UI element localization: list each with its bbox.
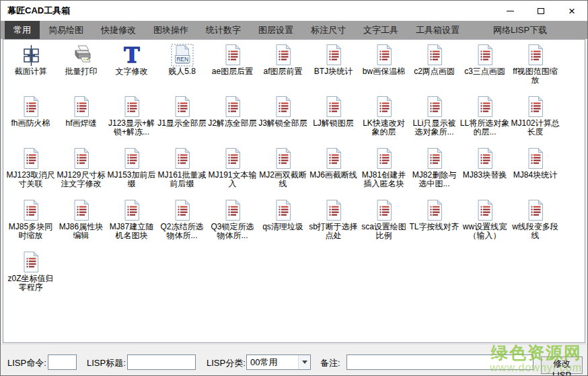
grid-item[interactable]: J1显示全部层 [157,93,207,145]
grid-item[interactable]: MJ6画截断线 [308,145,359,197]
lisp-command-label: LISP命令: [7,357,46,369]
grid-item[interactable]: MJ82删除与选中图... [409,145,460,197]
tab-item[interactable]: 常用 [5,21,40,39]
lisp-file-icon [474,199,497,222]
grid-item-label: MJ85多块同时缩放 [6,223,56,240]
lisp-file-icon [474,147,497,170]
grid-item[interactable]: MJ83块替换 [460,145,510,197]
grid-item[interactable]: ae图层后置 [207,42,258,93]
lisp-file-icon [322,147,345,170]
grid-item-label: af图层前置 [263,67,302,76]
lisp-file-icon [474,44,497,67]
grid-item[interactable]: LL将所选对象的层... [460,93,510,145]
ren-file-icon: REN [171,44,194,67]
grid-item[interactable]: MJ86属性块编辑 [56,197,106,249]
lisp-file-icon [120,147,143,170]
grid-item[interactable]: ww设置线宽（输入） [460,197,510,249]
grid-item[interactable]: 批量打印 [56,42,106,93]
grid-item[interactable]: LK快速改对象的层 [359,93,409,145]
grid-item[interactable]: af图层前置 [258,42,308,93]
grid-item[interactable]: sca设置绘图比例 [359,197,409,249]
grid-item-label: MJ161批量减前后缀 [157,171,207,188]
grid-item[interactable]: MJ102计算总长度 [510,93,560,145]
grid-item[interactable]: LLi只显示被选对象所... [409,93,460,145]
chevron-down-icon[interactable] [298,355,310,369]
lisp-file-icon [524,199,547,222]
grid-item[interactable]: LJ解锁图层 [308,93,359,145]
app-window: 幕匠CAD工具箱 × 常用简易绘图快捷修改图块操作统计数字图层设置标注尺寸文字工… [0,0,588,376]
lisp-file-icon [70,199,93,222]
close-icon[interactable]: × [556,1,587,21]
grid-item-label: ww设置线宽（输入） [460,223,510,240]
lisp-file-icon [20,147,42,170]
grid-item-label: MJ102计算总长度 [511,119,560,137]
lisp-file-icon [322,44,345,67]
grid-item[interactable]: T 文字修改 [106,42,157,93]
grid-item-label: J3解锁全部层 [258,119,307,128]
tab-item[interactable]: 图层设置 [250,21,302,39]
grid-item[interactable]: BTJ块统计 [308,42,359,93]
tab-item[interactable]: 文字工具 [355,21,407,39]
grid-item[interactable]: MJ2画双截断线 [258,145,308,197]
remark-input[interactable] [346,354,534,370]
lisp-file-icon [423,199,446,222]
maximize-icon[interactable] [525,1,556,21]
grid-item[interactable]: c2两点画圆 [409,42,460,93]
grid-item[interactable]: TL字按线对齐 [409,197,460,249]
grid-item[interactable]: ff视图范围缩放 [510,42,560,93]
tab-item[interactable]: 标注尺寸 [302,21,355,39]
grid-item[interactable]: MJ84块统计 [510,145,560,197]
grid-item-label: LK快速改对象的层 [359,119,409,137]
tab-item[interactable]: 简易绘图 [40,21,92,39]
grid-item[interactable]: J2解冻全部层 [207,93,258,145]
grid-item[interactable]: qs清理垃圾 [258,197,308,249]
modify-lisp-button[interactable]: 修改LISP [541,356,583,374]
grid-item-label: bw画保温棉 [363,67,405,76]
grid-item[interactable]: MJ87建立随机名图块 [106,197,157,249]
lisp-category-value: 00常用 [250,356,277,369]
grid-item[interactable]: 截面计算 [5,42,56,93]
lisp-category-select[interactable]: 00常用 [246,354,311,370]
grid-item[interactable]: z0Z坐标值归零程序 [5,249,56,301]
grid-item[interactable]: J123显示+解锁+解冻... [106,93,157,145]
grid-item[interactable]: Q2冻结所选物体所... [157,197,207,249]
grid-item[interactable]: MJ153加前后缀 [106,145,157,197]
grid-item-label: MJ2画双截断线 [258,171,308,188]
grid-item[interactable]: Q3锁定所选物体所... [207,197,258,249]
tool-panel: 截面计算 批量打印 T 文字修改 REN 贱人5.8 ae图层后置 af图层前置 [3,39,585,343]
grid-item[interactable]: sb打断于选择点处 [308,197,359,249]
lisp-file-icon [373,199,396,222]
tab-item[interactable]: 快捷修改 [92,21,145,39]
grid-item[interactable]: MJ129尺寸标注文字修改 [56,145,106,197]
lisp-command-input[interactable] [48,354,77,370]
grid-item-label: Q2冻结所选物体所... [157,223,207,240]
grid-item[interactable]: J3解锁全部层 [258,93,308,145]
lisp-file-icon [120,96,143,118]
grid-item-label: c2两点画圆 [414,67,455,76]
tab-item[interactable]: 网络LISP下载 [484,21,556,39]
lisp-file-icon [70,96,93,118]
grid-item[interactable]: c3三点画圆 [460,42,510,93]
grid-item[interactable]: MJ191文本输入 [207,145,258,197]
grid-item[interactable]: MJ161批量减前后缀 [157,145,207,197]
minimize-icon[interactable] [494,1,525,21]
lisp-file-icon [524,96,547,118]
grid-item[interactable]: hf画焊缝 [56,93,106,145]
lisp-file-icon [221,147,244,170]
grid-item[interactable]: fh画防火棉 [5,93,56,145]
tab-item[interactable]: 工具箱设置 [407,21,468,39]
grid-item[interactable]: bw画保温棉 [359,42,409,93]
tab-item[interactable]: 图块操作 [145,21,197,39]
grid-item-label: fh画防火棉 [11,119,50,128]
grid-item[interactable]: w线段变多段线 [510,197,560,249]
section-calc-icon [20,44,42,67]
grid-item[interactable]: MJ85多块同时缩放 [5,197,56,249]
lisp-title-label: LISP标题: [87,357,126,369]
lisp-title-input[interactable] [127,354,196,370]
lisp-file-icon [524,44,547,67]
grid-item[interactable]: MJ123取消尺寸关联 [5,145,56,197]
tab-item[interactable]: 统计数字 [197,21,250,39]
window-title: 幕匠CAD工具箱 [1,5,70,17]
grid-item[interactable]: MJ81创建并插入匿名块 [359,145,409,197]
grid-item[interactable]: REN 贱人5.8 [157,42,207,93]
